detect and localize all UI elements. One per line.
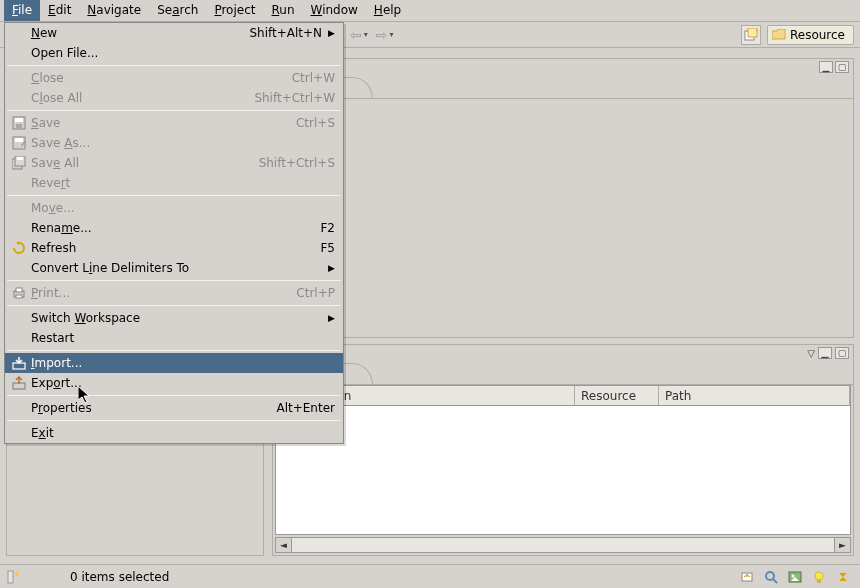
menu-project[interactable]: Project <box>206 0 263 21</box>
blank-icon <box>9 90 29 106</box>
status-bar: 0 items selected <box>0 564 860 588</box>
scroll-left-button[interactable]: ◄ <box>276 538 292 552</box>
file-menu-restart[interactable]: Restart <box>5 328 343 348</box>
tray-collapse-icon[interactable] <box>834 568 852 586</box>
file-menu-properties[interactable]: PropertiesAlt+Enter <box>5 398 343 418</box>
svg-rect-10 <box>17 157 23 160</box>
menu-item-label: Open File... <box>29 46 335 60</box>
status-text: 0 items selected <box>70 570 169 584</box>
horizontal-scrollbar[interactable]: ◄ ► <box>275 537 851 553</box>
menu-item-shortcut: F5 <box>320 241 335 255</box>
file-menu-import[interactable]: Import... <box>5 353 343 373</box>
svg-line-20 <box>773 579 777 583</box>
blank-icon <box>9 260 29 276</box>
file-menu-convert-line-delimiters-to[interactable]: Convert Line Delimiters To▶ <box>5 258 343 278</box>
svg-text:+: + <box>755 28 758 38</box>
blank-icon <box>9 425 29 441</box>
status-icon <box>6 569 22 585</box>
menu-separator <box>7 195 341 196</box>
file-menu-close-all: Close AllShift+Ctrl+W <box>5 88 343 108</box>
file-menu-switch-workspace[interactable]: Switch Workspace▶ <box>5 308 343 328</box>
svg-rect-4 <box>15 118 23 122</box>
menu-item-label: Refresh <box>29 241 320 255</box>
menu-file[interactable]: File <box>4 0 40 21</box>
menu-item-label: Export... <box>29 376 335 390</box>
svg-rect-12 <box>16 288 22 292</box>
menu-separator <box>7 110 341 111</box>
minimize-view-button[interactable]: ▁ <box>819 61 833 73</box>
submenu-arrow-icon: ▶ <box>328 263 335 273</box>
tray-image-icon[interactable] <box>786 568 804 586</box>
menu-item-shortcut: F2 <box>320 221 335 235</box>
menu-item-label: Save <box>29 116 296 130</box>
blank-icon <box>9 220 29 236</box>
menu-item-label: New <box>29 26 249 40</box>
svg-point-19 <box>766 572 774 580</box>
view-menu-icon[interactable]: ▽ <box>807 348 815 359</box>
blank-icon <box>9 310 29 326</box>
tray-tip-icon[interactable] <box>810 568 828 586</box>
blank-icon <box>9 200 29 216</box>
menu-separator <box>7 350 341 351</box>
file-menu-refresh[interactable]: RefreshF5 <box>5 238 343 258</box>
scroll-right-button[interactable]: ► <box>834 538 850 552</box>
export-icon <box>9 375 29 391</box>
menu-item-shortcut: Ctrl+W <box>292 71 335 85</box>
file-menu-export[interactable]: Export... <box>5 373 343 393</box>
tray-updates-icon[interactable] <box>738 568 756 586</box>
menu-item-shortcut: Ctrl+P <box>296 286 335 300</box>
saveall-icon <box>9 155 29 171</box>
file-menu-revert: Revert <box>5 173 343 193</box>
maximize-view-button[interactable]: ▢ <box>835 61 849 73</box>
blank-icon <box>9 45 29 61</box>
menu-item-shortcut: Ctrl+S <box>296 116 335 130</box>
menu-edit[interactable]: Edit <box>40 0 79 21</box>
menu-separator <box>7 395 341 396</box>
menu-separator <box>7 280 341 281</box>
nav-forward-icon[interactable]: ⇨ ▾ <box>376 27 394 43</box>
menu-run[interactable]: Run <box>263 0 302 21</box>
problems-table[interactable]: Description Resource Path <box>275 385 851 535</box>
menu-item-shortcut: Shift+Ctrl+S <box>259 156 335 170</box>
maximize-bottom-button[interactable]: ▢ <box>835 347 849 359</box>
menubar: FileEditNavigateSearchProjectRunWindowHe… <box>0 0 860 22</box>
blank-icon <box>9 70 29 86</box>
menu-item-label: Save All <box>29 156 259 170</box>
column-path[interactable]: Path <box>659 386 850 405</box>
file-menu-print: Print...Ctrl+P <box>5 283 343 303</box>
menu-help[interactable]: Help <box>366 0 409 21</box>
status-tray <box>738 568 854 586</box>
save-icon <box>9 115 29 131</box>
menu-separator <box>7 420 341 421</box>
menu-search[interactable]: Search <box>149 0 206 21</box>
minimize-bottom-button[interactable]: ▁ <box>818 347 832 359</box>
print-icon <box>9 285 29 301</box>
open-perspective-button[interactable]: + <box>741 25 761 45</box>
file-menu-open-file[interactable]: Open File... <box>5 43 343 63</box>
menu-item-shortcut: Alt+Enter <box>276 401 335 415</box>
svg-rect-5 <box>16 124 22 128</box>
refresh-icon <box>9 240 29 256</box>
menu-window[interactable]: Window <box>303 0 366 21</box>
file-menu-new[interactable]: NewShift+Alt+N▶ <box>5 23 343 43</box>
svg-point-23 <box>815 572 823 580</box>
blank-icon <box>9 400 29 416</box>
file-menu-exit[interactable]: Exit <box>5 423 343 443</box>
menu-item-shortcut: Shift+Ctrl+W <box>254 91 335 105</box>
column-resource[interactable]: Resource <box>575 386 659 405</box>
menu-separator <box>7 305 341 306</box>
menu-item-label: Print... <box>29 286 296 300</box>
perspective-resource-button[interactable]: Resource <box>767 25 854 45</box>
menu-navigate[interactable]: Navigate <box>79 0 149 21</box>
menu-item-label: Save As... <box>29 136 335 150</box>
blank-icon <box>9 175 29 191</box>
nav-back-icon[interactable]: ⇦ ▾ <box>350 27 368 43</box>
file-menu-move: Move... <box>5 198 343 218</box>
submenu-arrow-icon: ▶ <box>328 28 335 38</box>
file-menu-rename[interactable]: Rename...F2 <box>5 218 343 238</box>
menu-separator <box>7 65 341 66</box>
blank-icon <box>9 330 29 346</box>
svg-rect-16 <box>8 571 13 583</box>
tray-search-icon[interactable] <box>762 568 780 586</box>
menu-item-label: Import... <box>29 356 335 370</box>
